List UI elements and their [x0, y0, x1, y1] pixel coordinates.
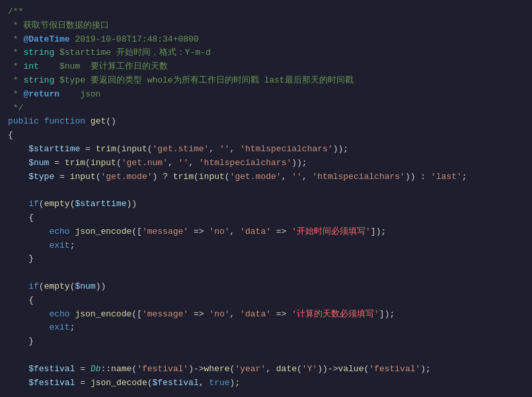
line-16: {	[8, 211, 524, 225]
line-9: public function get()	[8, 115, 524, 129]
line-8: */	[8, 102, 524, 116]
line-10: {	[8, 129, 524, 143]
line-23: echo json_encode(['message' => 'no', 'da…	[8, 308, 524, 322]
line-3: * @DateTime 2019-10-08T17:48:34+0800	[8, 33, 524, 47]
line-22: {	[8, 294, 524, 308]
line-15: if(empty($starttime))	[8, 198, 524, 211]
line-20	[8, 266, 524, 280]
line-24: exit;	[8, 321, 524, 335]
line-6: * string $type 要返回的类型 whole为所有工作日的时间戳 la…	[8, 74, 524, 88]
line-17: echo json_encode(['message' => 'no', 'da…	[8, 225, 524, 239]
line-14	[8, 184, 524, 198]
line-25: }	[8, 335, 524, 349]
line-29	[8, 390, 524, 397]
line-19: }	[8, 252, 524, 266]
line-26	[8, 349, 524, 363]
line-4: * string $starttime 开始时间，格式：Y-m-d	[8, 46, 524, 60]
line-28: $festival = json_decode($festival, true)…	[8, 377, 524, 390]
line-1: /**	[8, 5, 524, 19]
line-7: * @return json	[8, 88, 524, 102]
line-13: $type = input('get.mode') ? trim(input('…	[8, 170, 524, 184]
line-18: exit;	[8, 239, 524, 253]
line-5: * int $num 要计算工作日的天数	[8, 60, 524, 74]
line-2: * 获取节假日数据的接口	[8, 19, 524, 33]
line-21: if(empty($num))	[8, 280, 524, 294]
line-12: $num = trim(input('get.num', '', 'htmlsp…	[8, 157, 524, 170]
line-27: $festival = Db::name('festival')->where(…	[8, 363, 524, 377]
code-editor: /** * 获取节假日数据的接口 * @DateTime 2019-10-08T…	[0, 0, 532, 397]
line-11: $starttime = trim(input('get.stime', '',…	[8, 143, 524, 157]
